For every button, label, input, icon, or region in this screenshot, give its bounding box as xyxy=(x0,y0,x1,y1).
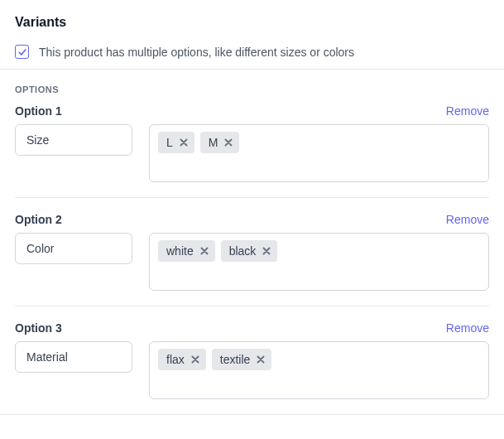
tag-label: black xyxy=(229,244,257,258)
option-values-input[interactable]: flaxtextile xyxy=(149,341,489,399)
tag-label: M xyxy=(209,136,218,149)
option-value-tag: L xyxy=(158,132,194,153)
option-block: Option 1RemoveLM xyxy=(15,104,489,182)
variants-title: Variants xyxy=(15,15,489,30)
option-name-input[interactable] xyxy=(15,124,132,156)
multiple-options-checkbox[interactable] xyxy=(15,45,29,59)
option-label: Option 1 xyxy=(15,104,62,118)
option-name-input[interactable] xyxy=(15,233,132,264)
option-values-input[interactable]: LM xyxy=(149,124,489,182)
option-label: Option 2 xyxy=(15,213,62,226)
option-value-tag: M xyxy=(200,132,240,153)
close-icon[interactable] xyxy=(199,245,210,257)
option-divider xyxy=(15,197,489,198)
option-name-input[interactable] xyxy=(15,341,132,373)
options-heading: OPTIONS xyxy=(15,84,489,94)
option-block: Option 2Removewhiteblack xyxy=(15,213,489,291)
multiple-options-label: This product has multiple options, like … xyxy=(39,46,354,59)
option-value-tag: black xyxy=(221,240,278,262)
tag-label: white xyxy=(166,244,194,258)
close-icon[interactable] xyxy=(178,137,190,148)
option-value-tag: textile xyxy=(212,349,272,370)
option-value-tag: flax xyxy=(158,349,206,370)
remove-option-link[interactable]: Remove xyxy=(446,213,489,226)
tag-label: textile xyxy=(220,353,251,366)
close-icon[interactable] xyxy=(223,137,234,148)
option-value-tag: white xyxy=(158,240,215,262)
close-icon[interactable] xyxy=(261,245,272,257)
option-values-input[interactable]: whiteblack xyxy=(149,233,489,291)
check-icon xyxy=(17,47,27,57)
close-icon[interactable] xyxy=(190,354,201,365)
remove-option-link[interactable]: Remove xyxy=(446,104,489,118)
tag-label: flax xyxy=(166,353,185,366)
tag-label: L xyxy=(166,136,173,149)
option-block: Option 3Removeflaxtextile xyxy=(15,321,489,399)
section-divider xyxy=(0,414,504,415)
remove-option-link[interactable]: Remove xyxy=(446,321,489,335)
option-label: Option 3 xyxy=(15,321,62,335)
close-icon[interactable] xyxy=(255,354,266,365)
option-divider xyxy=(15,306,489,306)
